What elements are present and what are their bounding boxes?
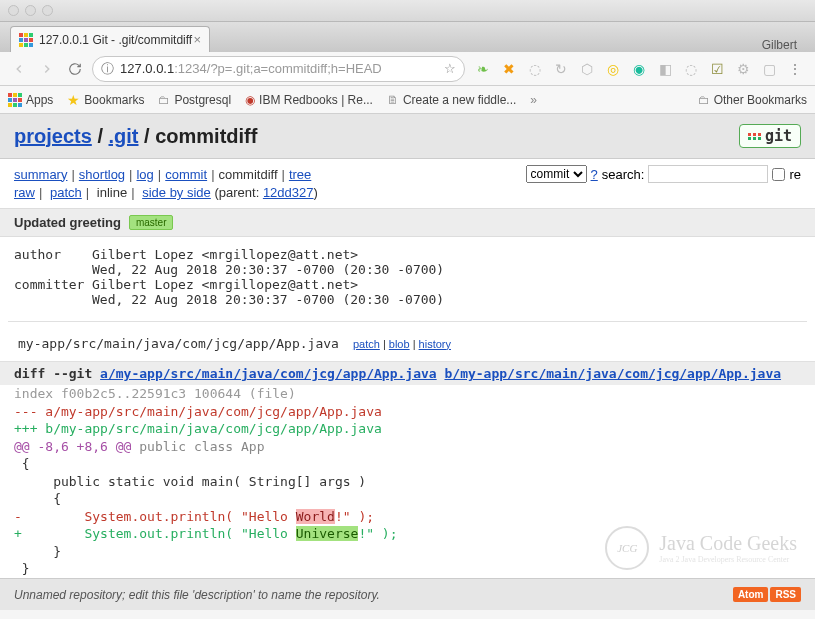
- diff-hunk-header: @@ -8,6 +8,6 @@ public class App: [0, 438, 815, 456]
- page-name: commitdiff: [155, 125, 257, 147]
- nav-summary[interactable]: summary: [14, 167, 67, 182]
- site-info-icon[interactable]: ⓘ: [101, 60, 114, 78]
- diff-plus-file: +++ b/my-app/src/main/java/com/jcg/app/A…: [0, 420, 815, 438]
- zoom-window-button[interactable]: [42, 5, 53, 16]
- nav-patch[interactable]: patch: [50, 185, 82, 200]
- file-history-link[interactable]: history: [419, 338, 451, 350]
- ext-yellow-icon[interactable]: ◎: [605, 61, 621, 77]
- nav-commitdiff: commitdiff: [219, 167, 278, 182]
- file-path: my-app/src/main/java/com/jcg/app/App.jav…: [18, 336, 339, 351]
- apps-grid-icon: [8, 93, 22, 107]
- diff-b-link[interactable]: b/my-app/src/main/java/com/jcg/app/App.j…: [444, 366, 781, 381]
- file-patch-link[interactable]: patch: [353, 338, 380, 350]
- repo-link[interactable]: .git: [109, 125, 139, 147]
- reload-button[interactable]: [64, 58, 86, 80]
- jcg-logo-icon: JCG: [605, 526, 649, 570]
- url-host: 127.0.0.1: [120, 61, 174, 76]
- tab-title: 127.0.0.1 Git - .git/commitdiff: [39, 33, 192, 47]
- bookmark-ibm[interactable]: ◉ IBM Redbooks | Re...: [245, 93, 373, 107]
- page-header: projects / .git / commitdiff git: [0, 114, 815, 159]
- overflow-chevron-icon[interactable]: »: [530, 93, 537, 107]
- commit-meta: authorGilbert Lopez <mrgillopez@att.net>…: [0, 237, 815, 317]
- menu-icon[interactable]: ⋮: [787, 61, 803, 77]
- nav-raw[interactable]: raw: [14, 185, 35, 200]
- nav-links: summary| shortlog| log| commit| commitdi…: [0, 159, 815, 185]
- nav-tree[interactable]: tree: [289, 167, 311, 182]
- close-window-button[interactable]: [8, 5, 19, 16]
- jcg-watermark: JCG Java Code Geeks Java 2 Java Develope…: [605, 526, 797, 570]
- search-label: search:: [602, 167, 645, 182]
- bookmark-postgresql[interactable]: 🗀 Postgresql: [158, 93, 231, 107]
- nav-links-2: raw| patch| inline| side by side (parent…: [0, 185, 815, 208]
- browser-tab[interactable]: 127.0.0.1 Git - .git/commitdiff ×: [10, 26, 210, 52]
- nav-shortlog[interactable]: shortlog: [79, 167, 125, 182]
- ext-check-icon[interactable]: ☑: [709, 61, 725, 77]
- diff-minus-file: --- a/my-app/src/main/java/com/jcg/app/A…: [0, 403, 815, 421]
- diff-context: public static void main( String[] args ): [0, 473, 815, 491]
- browser-tabstrip: 127.0.0.1 Git - .git/commitdiff × Gilber…: [0, 22, 815, 52]
- forward-button[interactable]: [36, 58, 58, 80]
- search-input[interactable]: [648, 165, 768, 183]
- back-button[interactable]: [8, 58, 30, 80]
- ext-grey3-icon[interactable]: ⬡: [579, 61, 595, 77]
- diff-view: diff --git a/my-app/src/main/java/com/jc…: [0, 361, 815, 578]
- committer-date: Wed, 22 Aug 2018 20:30:37 -0700 (20:30 -…: [92, 292, 444, 307]
- committer-value: Gilbert Lopez <mrgillopez@att.net>: [92, 277, 358, 292]
- nav-inline: inline: [97, 185, 127, 200]
- ext-grey2-icon[interactable]: ↻: [553, 61, 569, 77]
- tab-close-icon[interactable]: ×: [193, 32, 201, 47]
- diff-cmd-line: diff --git a/my-app/src/main/java/com/jc…: [0, 362, 815, 385]
- atom-feed-button[interactable]: Atom: [733, 587, 769, 602]
- diff-a-link[interactable]: a/my-app/src/main/java/com/jcg/app/App.j…: [100, 366, 437, 381]
- url-path: /?p=.git;a=commitdiff;h=HEAD: [207, 61, 382, 76]
- bookmark-fiddle[interactable]: 🗎 Create a new fiddle...: [387, 93, 516, 107]
- page-content: projects / .git / commitdiff git summary…: [0, 114, 815, 610]
- diff-context: {: [0, 455, 815, 473]
- address-bar[interactable]: ⓘ 127.0.0.1:1234/?p=.git;a=commitdiff;h=…: [92, 56, 465, 82]
- star-icon: ★: [67, 92, 80, 108]
- ext-grey6-icon[interactable]: ⚙: [735, 61, 751, 77]
- nav-commit[interactable]: commit: [165, 167, 207, 182]
- url-port: :1234: [174, 61, 207, 76]
- diff-index-line: index f00b2c5..22591c3 100644 (file): [0, 385, 815, 403]
- file-blob-link[interactable]: blob: [389, 338, 410, 350]
- author-value: Gilbert Lopez <mrgillopez@att.net>: [92, 247, 358, 262]
- ext-grey5-icon[interactable]: ◌: [683, 61, 699, 77]
- parent-hash-link[interactable]: 12dd327: [263, 185, 314, 200]
- search-type-select[interactable]: commit: [526, 165, 587, 183]
- apps-button[interactable]: Apps: [8, 93, 53, 107]
- ext-green-icon[interactable]: ◉: [631, 61, 647, 77]
- git-logo[interactable]: git: [739, 124, 801, 148]
- projects-link[interactable]: projects: [14, 125, 92, 147]
- git-dots-icon: [748, 133, 761, 140]
- ext-grey1-icon[interactable]: ◌: [527, 61, 543, 77]
- bookmark-star-icon[interactable]: ☆: [444, 61, 456, 76]
- page-footer: Unnamed repository; edit this file 'desc…: [0, 578, 815, 610]
- nav-sbs[interactable]: side by side: [142, 185, 211, 200]
- nav-log[interactable]: log: [136, 167, 153, 182]
- extension-icons: ❧ ✖ ◌ ↻ ⬡ ◎ ◉ ◧ ◌ ☑ ⚙ ▢ ⋮: [471, 61, 807, 77]
- search-re-checkbox[interactable]: [772, 168, 785, 181]
- jcg-subtitle: Java 2 Java Developers Resource Center: [659, 555, 797, 564]
- profile-badge[interactable]: Gilbert: [762, 38, 805, 52]
- author-date: Wed, 22 Aug 2018 20:30:37 -0700 (20:30 -…: [92, 262, 444, 277]
- parent-label: (parent:: [214, 185, 262, 200]
- ext-grey7-icon[interactable]: ▢: [761, 61, 777, 77]
- bookmarks-bar: Apps ★ Bookmarks 🗀 Postgresql ◉ IBM Redb…: [0, 86, 815, 114]
- ext-orange-icon[interactable]: ✖: [501, 61, 517, 77]
- search-form: commit ? search: re: [526, 165, 801, 183]
- diff-context: {: [0, 490, 815, 508]
- committer-label: committer: [14, 277, 92, 292]
- file-header: my-app/src/main/java/com/jcg/app/App.jav…: [0, 326, 815, 361]
- bookmark-bookmarks[interactable]: ★ Bookmarks: [67, 92, 144, 108]
- breadcrumb: projects / .git / commitdiff: [14, 125, 257, 148]
- evernote-icon[interactable]: ❧: [475, 61, 491, 77]
- search-re-label: re: [789, 167, 801, 182]
- search-help-link[interactable]: ?: [591, 167, 598, 182]
- branch-badge[interactable]: master: [129, 215, 174, 230]
- ext-grey4-icon[interactable]: ◧: [657, 61, 673, 77]
- diff-deleted-line: - System.out.println( "Hello World!" );: [0, 508, 815, 526]
- other-bookmarks[interactable]: 🗀 Other Bookmarks: [698, 93, 807, 107]
- rss-feed-button[interactable]: RSS: [770, 587, 801, 602]
- minimize-window-button[interactable]: [25, 5, 36, 16]
